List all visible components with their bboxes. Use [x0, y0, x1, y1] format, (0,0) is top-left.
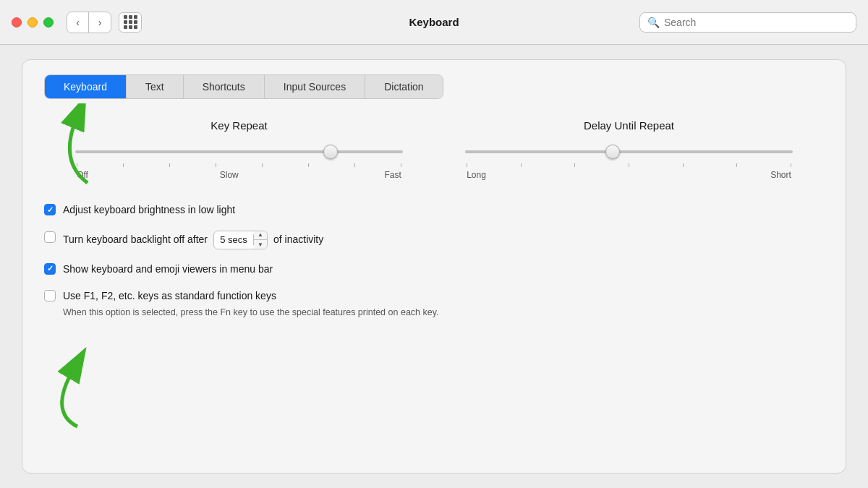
checkbox-emoji[interactable] — [44, 263, 56, 275]
key-repeat-range: Off Slow Fast — [75, 170, 403, 180]
window-controls — [12, 17, 54, 27]
sliders-row: Key Repeat Off Slow Fast — [44, 119, 824, 180]
settings-panel: Keyboard Text Shortcuts Input Sources Di… — [22, 59, 846, 474]
tab-dictation[interactable]: Dictation — [365, 75, 442, 98]
close-button[interactable] — [12, 17, 22, 27]
search-input[interactable] — [664, 17, 848, 28]
checkbox-backlight[interactable] — [44, 231, 56, 243]
tab-shortcuts[interactable]: Shortcuts — [184, 75, 265, 98]
key-repeat-track — [75, 150, 403, 153]
key-repeat-fast: Fast — [385, 170, 401, 180]
checkbox-brightness-label: Adjust keyboard brightness in low light — [63, 203, 235, 218]
checkbox-backlight-row: Turn keyboard backlight off after 5 secs… — [44, 231, 824, 249]
key-repeat-label: Key Repeat — [210, 119, 267, 132]
checkbox-fn-row: Use F1, F2, etc. keys as standard functi… — [44, 289, 824, 304]
spinner-value: 5 secs — [214, 234, 254, 245]
delay-repeat-long: Long — [467, 170, 486, 180]
checkbox-fn-sublabel: When this option is selected, press the … — [63, 307, 824, 320]
delay-repeat-short: Short — [770, 170, 791, 180]
key-repeat-thumb[interactable] — [323, 145, 338, 159]
maximize-button[interactable] — [43, 17, 54, 27]
tabs-container: Keyboard Text Shortcuts Input Sources Di… — [44, 74, 443, 99]
grid-button[interactable] — [119, 12, 142, 33]
checkbox-brightness-row: Adjust keyboard brightness in low light — [44, 203, 824, 218]
spinner-arrows: ▲ ▼ — [254, 231, 267, 249]
search-box[interactable]: 🔍 — [639, 12, 856, 33]
tab-input-sources[interactable]: Input Sources — [265, 75, 365, 98]
delay-repeat-track — [465, 150, 793, 153]
spinner-down-button[interactable]: ▼ — [254, 240, 267, 249]
titlebar: ‹ › Keyboard 🔍 — [0, 0, 868, 45]
checkbox-emoji-row: Show keyboard and emoji viewers in menu … — [44, 262, 824, 277]
key-repeat-group: Key Repeat Off Slow Fast — [75, 119, 403, 180]
key-repeat-ticks — [75, 163, 403, 167]
tab-keyboard[interactable]: Keyboard — [45, 75, 127, 98]
checkbox-fn-keys[interactable] — [44, 290, 56, 301]
delay-repeat-ticks — [465, 163, 793, 167]
grid-icon — [124, 15, 137, 29]
annotation-arrow-2 — [34, 347, 99, 437]
checkbox-fn-label: Use F1, F2, etc. keys as standard functi… — [63, 289, 276, 304]
delay-repeat-slider-container — [465, 145, 793, 159]
nav-arrows: ‹ › — [67, 12, 111, 33]
minimize-button[interactable] — [27, 17, 38, 27]
delay-repeat-thumb[interactable] — [605, 145, 620, 159]
back-button[interactable]: ‹ — [67, 12, 89, 33]
delay-repeat-range: Long Short — [465, 170, 793, 180]
key-repeat-off: Off — [77, 170, 88, 180]
checkbox-emoji-label: Show keyboard and emoji viewers in menu … — [63, 262, 273, 277]
tab-text[interactable]: Text — [127, 75, 184, 98]
key-repeat-slow: Slow — [220, 170, 239, 180]
checkbox-brightness[interactable] — [44, 204, 56, 215]
secs-spinner[interactable]: 5 secs ▲ ▼ — [213, 231, 268, 249]
spinner-up-button[interactable]: ▲ — [254, 231, 267, 240]
key-repeat-slider-container — [75, 145, 403, 159]
search-icon: 🔍 — [647, 17, 660, 28]
main-content: Keyboard Text Shortcuts Input Sources Di… — [0, 45, 868, 488]
checkbox-backlight-label: Turn keyboard backlight off after — [63, 233, 208, 247]
backlight-suffix: of inactivity — [273, 233, 323, 247]
backlight-inline-row: Turn keyboard backlight off after 5 secs… — [63, 231, 323, 249]
delay-repeat-label: Delay Until Repeat — [584, 119, 674, 132]
forward-button[interactable]: › — [89, 12, 111, 33]
window-title: Keyboard — [409, 16, 459, 28]
delay-repeat-group: Delay Until Repeat Long Short — [465, 119, 793, 180]
